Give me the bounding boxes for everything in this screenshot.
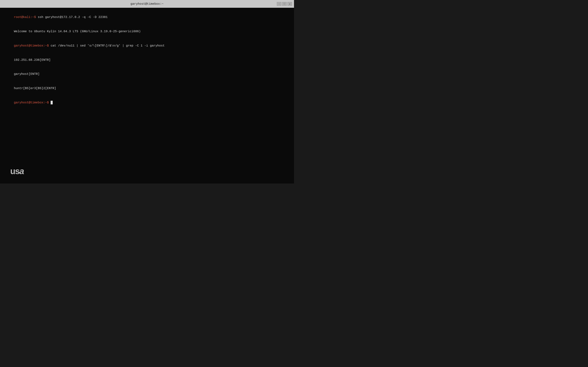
usa-network-logo: usa: [10, 166, 24, 176]
cmd-ssh: ssh garyhost@172.17.0.2 -q -C -D 22381: [36, 16, 108, 19]
terminal-line-6: huntr[BS]er3[BS]2[ENTR]: [3, 81, 291, 96]
maximize-button[interactable]: □: [282, 2, 287, 6]
cmd-cat: cat /dev/nu11 | sed 's/\[ENTR\]/&\n/g' |…: [49, 44, 164, 48]
output-ip: 192.251.68.236[ENTR]: [14, 58, 51, 62]
prompt-garyhost: garyhost@timebox:~$: [14, 44, 49, 48]
terminal-line-5: garyhost[ENTR]: [3, 67, 291, 81]
output-huntr: huntr[BS]er3[BS]2[ENTR]: [14, 87, 56, 90]
output-garyhost: garyhost[ENTR]: [14, 72, 40, 76]
terminal-body[interactable]: root@kali:~$ ssh garyhost@172.17.0.2 -q …: [0, 8, 294, 184]
terminal-line-1: root@kali:~$ ssh garyhost@172.17.0.2 -q …: [3, 10, 291, 25]
prompt-garyhost-2: garyhost@timebox:~$: [14, 101, 49, 104]
close-button[interactable]: ✕: [287, 2, 292, 6]
terminal-cursor: [51, 101, 53, 104]
terminal-window: garyhost@timebox:~ – □ ✕ root@kali:~$ ss…: [0, 0, 294, 184]
titlebar: garyhost@timebox:~ – □ ✕: [0, 0, 294, 8]
terminal-line-3: garyhost@timebox:~$ cat /dev/nu11 | sed …: [3, 39, 291, 53]
window-controls: – □ ✕: [277, 2, 292, 6]
prompt-root: root@kali:~$: [14, 16, 36, 19]
minimize-button[interactable]: –: [277, 2, 281, 6]
terminal-line-7: garyhost@timebox:~$: [3, 96, 291, 110]
prompt-space: [49, 101, 51, 104]
terminal-line-4: 192.251.68.236[ENTR]: [3, 53, 291, 67]
output-welcome: Welcome to Ubuntu Kylin 14.04.3 LTS (GNU…: [14, 30, 141, 33]
window-title: garyhost@timebox:~: [130, 2, 164, 6]
usa-logo-a: a: [19, 166, 24, 176]
terminal-line-2: Welcome to Ubuntu Kylin 14.04.3 LTS (GNU…: [3, 25, 291, 39]
